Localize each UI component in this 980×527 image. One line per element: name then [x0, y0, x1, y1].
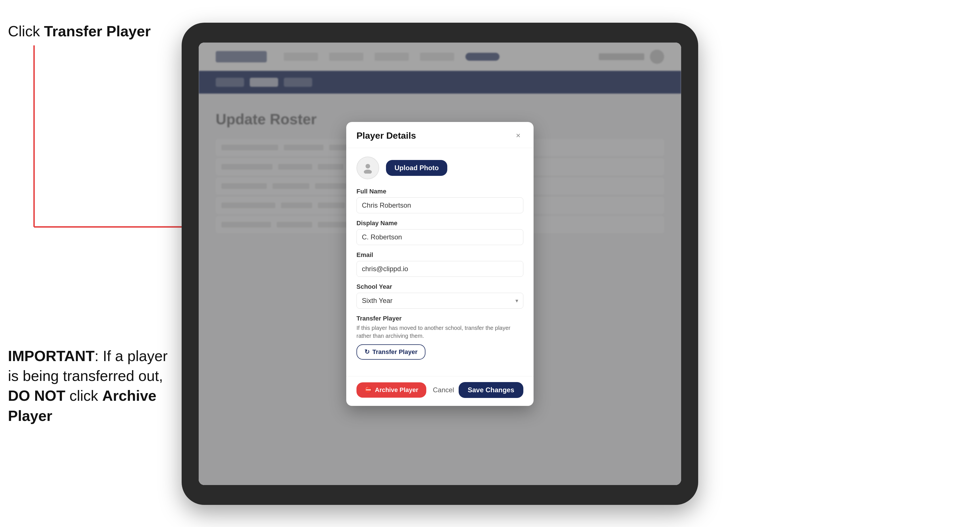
transfer-icon: ↻ — [364, 348, 369, 356]
email-input[interactable] — [356, 261, 523, 277]
svg-point-3 — [366, 164, 370, 168]
cancel-button[interactable]: Cancel — [433, 386, 454, 394]
school-year-select-wrapper: First Year Second Year Third Year Fourth… — [356, 293, 523, 309]
display-name-input[interactable] — [356, 229, 523, 245]
school-year-select[interactable]: First Year Second Year Third Year Fourth… — [356, 293, 523, 309]
close-icon: × — [516, 131, 520, 140]
transfer-player-button[interactable]: ↻ Transfer Player — [356, 344, 425, 360]
display-name-label: Display Name — [356, 219, 523, 227]
instruction-top: Click Transfer Player — [8, 23, 151, 40]
transfer-section-title: Transfer Player — [356, 315, 523, 322]
avatar — [356, 157, 379, 179]
school-year-label: School Year — [356, 283, 523, 290]
do-not-label: DO NOT — [8, 387, 65, 404]
modal-title: Player Details — [356, 130, 416, 141]
email-group: Email — [356, 251, 523, 277]
modal-header: Player Details × — [346, 122, 534, 148]
tablet-screen: Update Roster — [199, 43, 681, 485]
modal-footer: ⛔ Archive Player Cancel Save Changes — [346, 376, 534, 406]
instruction-bottom: IMPORTANT: If a player is being transfer… — [8, 346, 173, 426]
important-label: IMPORTANT — [8, 348, 94, 364]
svg-point-4 — [364, 170, 372, 174]
full-name-input[interactable] — [356, 197, 523, 213]
modal-body: Upload Photo Full Name Display Name — [346, 148, 534, 376]
save-changes-button[interactable]: Save Changes — [459, 382, 523, 398]
upload-photo-button[interactable]: Upload Photo — [386, 160, 447, 176]
display-name-group: Display Name — [356, 219, 523, 245]
transfer-section-description: If this player has moved to another scho… — [356, 324, 523, 340]
app-background: Update Roster — [199, 43, 681, 485]
transfer-player-label: Transfer Player — [372, 348, 417, 356]
bottom-text2: click — [65, 387, 102, 404]
modal-overlay: Player Details × — [199, 43, 681, 485]
transfer-player-highlight: Transfer Player — [44, 23, 151, 40]
tablet-device: Update Roster — [181, 23, 698, 505]
full-name-group: Full Name — [356, 188, 523, 213]
modal-close-button[interactable]: × — [513, 130, 523, 141]
photo-section: Upload Photo — [356, 157, 523, 179]
archive-player-button[interactable]: ⛔ Archive Player — [356, 383, 426, 398]
email-label: Email — [356, 251, 523, 259]
full-name-label: Full Name — [356, 188, 523, 195]
archive-player-label: Archive Player — [375, 386, 418, 394]
archive-icon: ⛔ — [364, 386, 372, 394]
click-label: Click — [8, 23, 44, 40]
school-year-group: School Year First Year Second Year Third… — [356, 283, 523, 309]
upload-photo-label: Upload Photo — [395, 164, 439, 171]
player-details-modal: Player Details × — [346, 122, 534, 406]
transfer-section: Transfer Player If this player has moved… — [356, 315, 523, 360]
